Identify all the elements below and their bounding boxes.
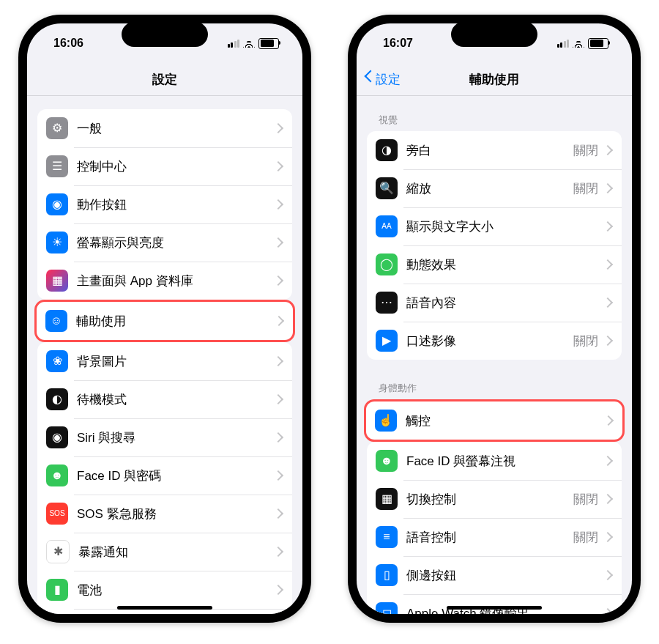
page-title: 設定: [152, 71, 177, 88]
row-label: SOS 緊急服務: [77, 506, 275, 522]
row-label: 電池: [77, 582, 275, 599]
list-row[interactable]: ≡語音控制關閉: [367, 518, 622, 556]
chevron-right-icon: [273, 470, 283, 481]
accessibility-list[interactable]: 視覺 ◑旁白關閉🔍縮放關閉AA顯示與文字大小◯動態效果⋯語音內容▶口述影像關閉 …: [357, 96, 632, 614]
chevron-right-icon: [273, 199, 283, 210]
row-detail: 關閉: [573, 180, 598, 197]
list-row[interactable]: SOSSOS 緊急服務: [37, 495, 292, 533]
siri-icon: ◉: [46, 426, 68, 448]
phone-frame-left: 16:06 設定 ⚙一般☰控制中心◉動作按鈕☀螢幕顯示與亮度▦主畫面與 App …: [18, 15, 311, 623]
switch-ctrl-icon: ▦: [376, 488, 398, 510]
chevron-left-icon: [364, 72, 373, 86]
wallpaper-icon: ❀: [46, 350, 68, 372]
list-row[interactable]: ◉動作按鈕: [37, 185, 292, 223]
list-row[interactable]: ◑旁白關閉: [367, 131, 622, 169]
spoken-icon: ⋯: [376, 292, 398, 314]
chevron-right-icon: [273, 356, 283, 366]
list-row[interactable]: ◻Apple Watch 鏡像輸出: [367, 594, 622, 614]
chevron-right-icon: [603, 183, 613, 193]
chevron-right-icon: [603, 570, 613, 580]
row-label: 旁白: [406, 142, 573, 159]
list-row[interactable]: ▦主畫面與 App 資料庫: [37, 262, 292, 300]
settings-list[interactable]: ⚙一般☰控制中心◉動作按鈕☀螢幕顯示與亮度▦主畫面與 App 資料庫☺輔助使用❀…: [27, 96, 302, 614]
row-label: 待機模式: [77, 391, 275, 408]
list-row[interactable]: ◯動態效果: [367, 245, 622, 284]
action-button-icon: ◉: [46, 193, 68, 215]
phone-frame-right: 16:07 設定 輔助使用 視覺 ◑旁白關閉🔍縮放關閉AA顯示與文字大小◯動態效…: [348, 15, 641, 623]
list-row[interactable]: ▮電池: [37, 571, 292, 609]
chevron-right-icon: [273, 123, 283, 133]
list-row[interactable]: ☺輔助使用: [37, 302, 293, 340]
row-label: 顯示與文字大小: [406, 218, 604, 235]
chevron-right-icon: [603, 297, 613, 308]
row-label: 螢幕顯示與亮度: [77, 234, 275, 251]
row-label: 一般: [77, 120, 275, 137]
battery-icon: [588, 38, 608, 49]
list-row[interactable]: ☰控制中心: [37, 147, 292, 185]
sliders-icon: ☰: [46, 155, 68, 177]
chevron-right-icon: [603, 259, 613, 270]
standby-icon: ◐: [46, 388, 68, 410]
sos-icon: SOS: [46, 503, 68, 525]
battery-icon: [258, 38, 279, 49]
page-title: 輔助使用: [469, 71, 519, 88]
list-row[interactable]: ✱暴露通知: [37, 533, 292, 571]
row-label: 語音控制: [406, 529, 573, 546]
row-detail: 關閉: [573, 491, 598, 508]
list-row[interactable]: ▦切換控制關閉: [367, 480, 622, 518]
list-row[interactable]: ❀背景圖片: [37, 342, 292, 380]
list-row[interactable]: ⚙一般: [37, 109, 292, 147]
vision-group: ◑旁白關閉🔍縮放關閉AA顯示與文字大小◯動態效果⋯語音內容▶口述影像關閉: [367, 131, 622, 360]
list-row[interactable]: ◐待機模式: [37, 380, 292, 418]
list-row[interactable]: ☻Face ID 與螢幕注視: [367, 442, 622, 480]
list-row[interactable]: ☻Face ID 與密碼: [37, 456, 292, 495]
row-detail: 關閉: [573, 333, 598, 349]
chevron-right-icon: [273, 432, 283, 443]
back-button[interactable]: 設定: [364, 63, 401, 95]
cellular-icon: [557, 40, 570, 48]
list-row[interactable]: ☀螢幕顯示與亮度: [37, 223, 292, 262]
exposure-icon: ✱: [46, 540, 70, 563]
audio-desc-icon: ▶: [376, 330, 398, 352]
chevron-right-icon: [273, 237, 283, 248]
list-row[interactable]: ▶口述影像關閉: [367, 322, 622, 360]
chevron-right-icon: [603, 608, 613, 614]
chevron-right-icon: [603, 415, 614, 426]
chevron-right-icon: [273, 508, 283, 519]
gear-icon: ⚙: [46, 117, 68, 139]
list-row[interactable]: 🔍縮放關閉: [367, 169, 622, 207]
row-label: Face ID 與密碼: [77, 467, 275, 484]
chevron-right-icon: [273, 275, 283, 286]
motor-group: ☻Face ID 與螢幕注視▦切換控制關閉≡語音控制關閉▯側邊按鈕◻Apple …: [367, 442, 622, 614]
row-label: 動作按鈕: [77, 196, 275, 213]
row-label: 動態效果: [406, 256, 604, 273]
voice-ctrl-icon: ≡: [376, 526, 398, 548]
status-time: 16:07: [383, 37, 413, 50]
row-label: 輔助使用: [76, 313, 275, 330]
display-icon: ☀: [46, 232, 68, 253]
wifi-icon: [243, 39, 255, 48]
list-row[interactable]: AA顯示與文字大小: [367, 207, 622, 245]
status-right: [228, 38, 280, 49]
watch-mirror-icon: ◻: [376, 602, 398, 614]
face-attn-icon: ☻: [376, 450, 398, 472]
list-row[interactable]: ◉Siri 與搜尋: [37, 418, 292, 456]
settings-group: ❀背景圖片◐待機模式◉Siri 與搜尋☻Face ID 與密碼SOSSOS 緊急…: [37, 342, 292, 614]
list-row[interactable]: ☝觸控: [366, 401, 622, 440]
side-button-icon: ▯: [376, 564, 398, 586]
nav-bar: 設定 輔助使用: [357, 63, 632, 96]
chevron-right-icon: [273, 161, 283, 171]
home-indicator[interactable]: [117, 606, 212, 610]
faceid-icon: ☻: [46, 465, 68, 486]
row-label: Face ID 與螢幕注視: [406, 453, 604, 470]
home-indicator[interactable]: [447, 606, 542, 610]
chevron-right-icon: [273, 547, 283, 557]
chevron-right-icon: [603, 532, 613, 542]
chevron-right-icon: [273, 394, 283, 404]
row-label: 口述影像: [406, 333, 573, 349]
cellular-icon: [228, 40, 240, 48]
list-row[interactable]: ✋隱私權與安全性: [37, 609, 292, 614]
list-row[interactable]: ▯側邊按鈕: [367, 556, 622, 594]
list-row[interactable]: ⋯語音內容: [367, 284, 622, 322]
battery-icon: ▮: [46, 579, 68, 601]
